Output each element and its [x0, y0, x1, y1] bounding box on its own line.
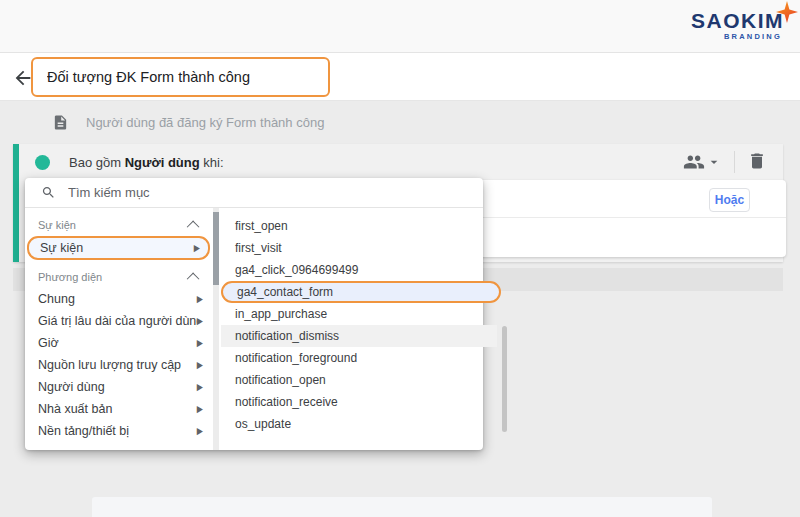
top-bar: SAOKIM BRANDING	[0, 0, 800, 53]
left-scrollbar[interactable]	[213, 208, 219, 450]
right-scrollbar-thumb[interactable]	[502, 326, 507, 432]
category-item[interactable]: Nguồn lưu lượng truy cập▶	[25, 354, 213, 376]
star-icon	[776, 1, 798, 23]
event-item[interactable]: in_app_purchase	[221, 303, 502, 325]
category-item[interactable]: Nhà xuất bản▶	[25, 398, 213, 420]
event-item[interactable]: notification_open	[221, 369, 502, 391]
left-scrollbar-thumb[interactable]	[213, 212, 219, 285]
section-header-label: Phương diện	[38, 271, 190, 283]
include-label: Bao gồm Người dùng khi:	[69, 155, 224, 170]
include-card-header: Bao gồm Người dùng khi:	[19, 144, 783, 180]
category-item-label: Chung	[38, 292, 197, 306]
description-row: Người dùng đã đăng ký Form thành công	[0, 101, 800, 143]
arrow-right-icon: ▶	[197, 338, 203, 348]
event-item[interactable]: notification_foreground	[221, 347, 502, 369]
brand-logo: SAOKIM BRANDING	[691, 10, 784, 41]
arrow-right-icon: ▶	[197, 382, 203, 392]
brand-tagline: BRANDING	[691, 33, 784, 41]
category-item-label: Nguồn lưu lượng truy cập	[38, 358, 197, 372]
dropdown-left-column: Sự kiệnSự kiện▶Phương diệnChung▶Giá trị …	[25, 208, 213, 450]
event-item[interactable]: ga4_contact_form	[221, 281, 501, 303]
event-item[interactable]: notification_receive	[221, 391, 502, 413]
search-input[interactable]	[68, 185, 483, 200]
event-item[interactable]: first_visit	[221, 237, 502, 259]
category-item[interactable]: Người dùng▶	[25, 376, 213, 398]
title-bar	[0, 53, 800, 101]
event-item[interactable]: ga4_click_0964699499	[221, 259, 502, 281]
arrow-right-icon: ▶	[197, 404, 203, 414]
audience-name-input[interactable]	[31, 57, 330, 97]
category-item-label: Người dùng	[38, 380, 197, 394]
section-header[interactable]: Sự kiện	[25, 214, 213, 236]
card-actions	[683, 144, 769, 180]
category-item[interactable]: Giá trị lâu dài của người dùng▶	[25, 310, 213, 332]
arrow-right-icon: ▶	[194, 243, 200, 253]
summary-card-top	[92, 497, 712, 517]
arrow-right-icon: ▶	[197, 360, 203, 370]
arrow-right-icon: ▶	[197, 426, 203, 436]
category-item-label: Sự kiện	[40, 241, 194, 255]
section-header[interactable]: Phương diện	[25, 266, 213, 288]
audience-builder-screen: SAOKIM BRANDING	[0, 0, 800, 517]
search-icon	[41, 185, 56, 200]
include-dot-icon	[35, 155, 50, 170]
category-item[interactable]: Sự kiện▶	[27, 236, 210, 260]
category-item-label: Nhà xuất bản	[38, 402, 197, 416]
arrow-right-icon: ▶	[197, 294, 203, 304]
category-item[interactable]: Chung▶	[25, 288, 213, 310]
event-item[interactable]: notification_dismiss	[221, 325, 497, 347]
or-button[interactable]: Hoặc	[709, 188, 750, 212]
category-item-label: Nền tảng/thiết bị	[38, 424, 197, 438]
audience-scope-icon[interactable]	[683, 151, 705, 173]
search-row	[25, 178, 483, 208]
divider	[734, 151, 735, 173]
brand-name: SAOKIM	[691, 9, 784, 32]
category-item-label: Giá trị lâu dài của người dùng	[38, 314, 197, 328]
chevron-down-icon[interactable]	[706, 154, 722, 170]
category-item-label: Giờ	[38, 336, 197, 350]
event-item[interactable]: first_open	[221, 215, 502, 237]
document-icon	[52, 114, 69, 131]
event-item[interactable]: os_update	[221, 413, 502, 435]
condition-picker-dropdown: Sự kiệnSự kiện▶Phương diệnChung▶Giá trị …	[25, 178, 483, 450]
arrow-right-icon: ▶	[197, 316, 203, 326]
event-list: first_openfirst_visitga4_click_096469949…	[221, 208, 502, 450]
audience-description: Người dùng đã đăng ký Form thành công	[86, 115, 324, 130]
category-item[interactable]: Giờ▶	[25, 332, 213, 354]
right-scrollbar[interactable]	[502, 208, 508, 450]
category-item[interactable]: Nền tảng/thiết bị▶	[25, 420, 213, 442]
trash-icon[interactable]	[747, 151, 769, 173]
section-header-label: Sự kiện	[38, 219, 190, 231]
